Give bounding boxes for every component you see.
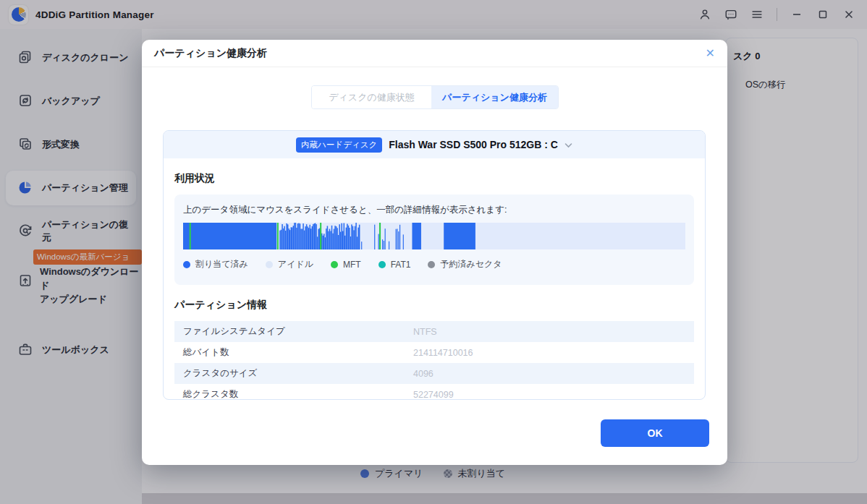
usage-legend-item: FAT1: [378, 260, 411, 270]
usage-panel: 上のデータ領域にマウスをスライドさせると、一部の詳細情報が表示されます: 割り当…: [174, 195, 694, 285]
chevron-down-icon: [564, 138, 572, 151]
table-row: クラスタのサイズ4096: [174, 363, 694, 384]
health-tabs: ディスクの健康状態 パーティション健康分析: [311, 85, 559, 109]
disk-name: Flash War SSD S500 Pro 512GB : C: [389, 139, 558, 150]
row-value: 214114710016: [413, 348, 473, 358]
usage-legend-item: 予約済みセクタ: [428, 258, 502, 270]
legend-dot-icon: [428, 261, 435, 268]
row-value: 4096: [413, 369, 434, 379]
disk-selector[interactable]: 内蔵ハードディスク Flash War SSD S500 Pro 512GB :…: [164, 131, 705, 158]
row-value: NTFS: [413, 327, 437, 337]
table-row: 総クラスタ数52274099: [174, 384, 694, 400]
tab-partition-health[interactable]: パーティション健康分析: [431, 86, 558, 108]
partition-info-heading: パーティション情報: [174, 299, 694, 312]
row-label: 総クラスタ数: [183, 388, 413, 400]
row-label: クラスタのサイズ: [183, 367, 413, 380]
row-label: ファイルシステムタイプ: [183, 325, 413, 338]
usage-heading: 利用状況: [174, 172, 694, 185]
usage-legend-item: アイドル: [266, 258, 313, 270]
row-label: 総バイト数: [183, 346, 413, 359]
usage-legend-item: MFT: [331, 260, 361, 270]
disk-usage-map[interactable]: [183, 223, 685, 249]
disk-type-badge: 内蔵ハードディスク: [296, 137, 382, 153]
legend-dot-icon: [378, 261, 386, 268]
ok-button[interactable]: OK: [601, 419, 709, 447]
usage-instruction: 上のデータ領域にマウスをスライドさせると、一部の詳細情報が表示されます:: [183, 204, 685, 216]
dialog-title: パーティション健康分析: [154, 47, 267, 60]
table-row: ファイルシステムタイプNTFS: [174, 321, 694, 342]
close-icon[interactable]: ✕: [706, 48, 715, 59]
partition-info-table: ファイルシステムタイプNTFS総バイト数214114710016クラスタのサイズ…: [174, 321, 694, 400]
analysis-card: 内蔵ハードディスク Flash War SSD S500 Pro 512GB :…: [163, 130, 706, 400]
partition-health-dialog: パーティション健康分析 ✕ ディスクの健康状態 パーティション健康分析 内蔵ハー…: [142, 40, 727, 465]
legend-dot-icon: [183, 261, 190, 268]
tab-disk-health[interactable]: ディスクの健康状態: [312, 86, 431, 108]
legend-dot-icon: [266, 261, 273, 268]
legend-dot-icon: [331, 261, 338, 268]
row-value: 52274099: [413, 390, 454, 400]
dialog-header: パーティション健康分析 ✕: [142, 40, 727, 67]
usage-legend: 割り当て済みアイドルMFTFAT1予約済みセクタ: [183, 258, 685, 270]
table-row: 総バイト数214114710016: [174, 342, 694, 363]
usage-legend-item: 割り当て済み: [183, 258, 248, 270]
